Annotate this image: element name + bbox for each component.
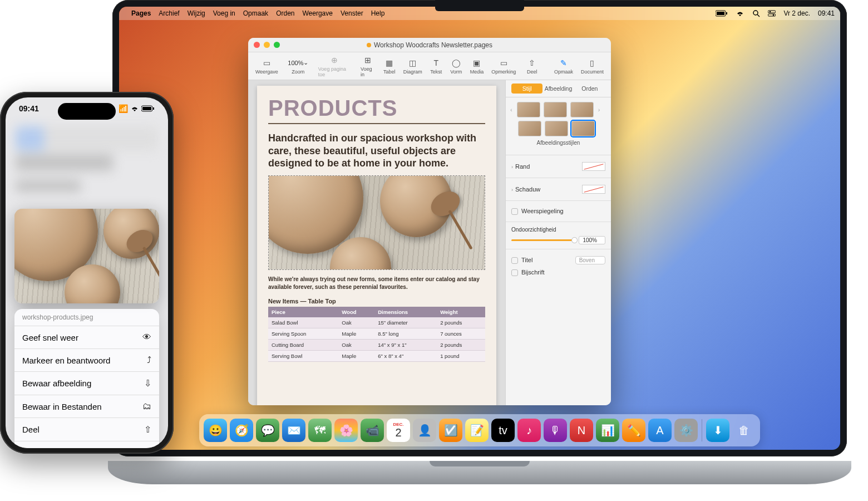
iphone-image-preview[interactable] (14, 209, 159, 303)
dock-app-pages[interactable]: ✏️ (622, 419, 645, 442)
dock-app-app-store[interactable]: A (648, 419, 672, 442)
window-titlebar[interactable]: Workshop Woodcrafts Newsletter.pages (248, 38, 611, 52)
table-header[interactable]: Piece (268, 307, 338, 317)
doc-table[interactable]: Piece Wood Dimensions Weight Salad BowlO… (268, 307, 485, 362)
inspector-shadow-row[interactable]: ›Schaduw (511, 183, 605, 196)
menubar-item-orden[interactable]: Orden (276, 9, 294, 17)
doc-subheading[interactable]: Handcrafted in our spacious workshop wit… (268, 132, 485, 170)
menubar-item-archief[interactable]: Archief (159, 9, 179, 17)
dock-app-music[interactable]: ♪ (517, 419, 541, 442)
toolbar-format[interactable]: ✎Opmaak (551, 58, 576, 75)
wifi-icon[interactable] (736, 10, 744, 17)
spotlight-icon[interactable] (752, 9, 760, 17)
dock-app-messages[interactable]: 💬 (256, 419, 279, 442)
dock-trash[interactable]: 🗑 (732, 419, 756, 442)
toolbar-add-page[interactable]: ⊕Voeg pagina toe (315, 55, 353, 77)
dock-app-photos[interactable]: 🌸 (334, 419, 358, 442)
inspector-border-row[interactable]: ›Rand (511, 160, 605, 173)
context-menu-item[interactable]: Markeer en beantwoord⤴︎ (14, 349, 159, 372)
toolbar-media[interactable]: ▣Media (467, 58, 487, 75)
caption-checkbox[interactable] (511, 269, 518, 276)
inspector-tab-image[interactable]: Afbeelding (542, 84, 574, 94)
title-checkbox[interactable] (511, 257, 518, 264)
table-row[interactable]: Salad BowlOak15" diameter2 pounds (268, 317, 485, 328)
opacity-field[interactable]: 100% (579, 236, 605, 244)
title-position-select[interactable]: Boven (575, 256, 605, 264)
image-style-thumb[interactable] (517, 102, 540, 117)
reflection-checkbox[interactable] (511, 208, 518, 215)
toolbar-chart[interactable]: ◫Diagram (401, 58, 425, 75)
context-menu-item[interactable]: Bewaar in Bestanden🗂 (14, 395, 159, 418)
table-cell[interactable]: Oak (338, 339, 374, 350)
dock-app-facetime[interactable]: 📹 (361, 419, 384, 442)
table-cell[interactable]: 15" diameter (374, 317, 437, 328)
table-cell[interactable]: Serving Bowl (268, 350, 338, 361)
inspector-tab-style[interactable]: Stijl (511, 84, 542, 94)
close-button[interactable] (254, 42, 260, 48)
inspector-tab-arrange[interactable]: Orden (574, 84, 605, 94)
zoom-button[interactable] (274, 42, 280, 48)
dock-app-notes[interactable]: 📝 (465, 419, 489, 442)
dock-downloads[interactable]: ⬇ (706, 419, 729, 442)
table-cell[interactable]: 6" x 8" x 4" (374, 350, 437, 361)
dock-app-calendar[interactable]: DEC.2 (387, 419, 410, 442)
toolbar-table[interactable]: ▦Tabel (381, 58, 398, 75)
dock-app-tv[interactable]: tv (491, 419, 515, 442)
table-cell[interactable]: 1 pound (437, 350, 485, 361)
table-header[interactable]: Wood (338, 307, 374, 317)
dock-app-news[interactable]: N (570, 419, 593, 442)
table-cell[interactable]: 2 pounds (437, 339, 485, 350)
table-cell[interactable]: 8.5" long (374, 328, 437, 339)
menubar-item-venster[interactable]: Venster (341, 9, 363, 17)
toolbar-zoom[interactable]: 100% ⌄Zoom (283, 58, 313, 75)
toolbar-comment[interactable]: ▭Opmerking (489, 58, 519, 75)
menubar-item-wijzig[interactable]: Wijzig (188, 9, 205, 17)
battery-icon[interactable] (716, 10, 728, 17)
context-menu-item[interactable]: Kopieer⧉ (14, 441, 159, 448)
toolbar-shape[interactable]: ◯Vorm (447, 58, 465, 75)
dock-app-podcasts[interactable]: 🎙 (544, 419, 567, 442)
image-style-thumb[interactable] (544, 102, 567, 117)
dock-app-safari[interactable]: 🧭 (230, 419, 253, 442)
table-cell[interactable]: 2 pounds (437, 317, 485, 328)
doc-heading[interactable]: PRODUCTS (268, 96, 485, 124)
dock-app-numbers[interactable]: 📊 (596, 419, 619, 442)
menubar-app[interactable]: Pages (131, 9, 151, 17)
table-cell[interactable]: Maple (338, 328, 374, 339)
image-style-thumb-selected[interactable] (571, 121, 595, 136)
menubar-item-voegin[interactable]: Voeg in (213, 9, 235, 17)
dock-app-maps[interactable]: 🗺 (308, 419, 332, 442)
menubar-item-weergave[interactable]: Weergave (302, 9, 332, 17)
table-cell[interactable]: 7 ounces (437, 328, 485, 339)
table-cell[interactable]: 14" x 9" x 1" (374, 339, 437, 350)
toolbar-text[interactable]: TTekst (427, 58, 445, 75)
menubar-item-opmaak[interactable]: Opmaak (243, 9, 268, 17)
dock-app-mail[interactable]: ✉️ (282, 419, 305, 442)
table-cell[interactable]: Cutting Board (268, 339, 338, 350)
table-row[interactable]: Cutting BoardOak14" x 9" x 1"2 pounds (268, 339, 485, 350)
control-center-icon[interactable] (768, 10, 776, 17)
dock-app-system-settings[interactable]: ⚙️ (674, 419, 698, 442)
table-cell[interactable]: Serving Spoon (268, 328, 338, 339)
image-style-thumb[interactable] (518, 121, 541, 136)
doc-image-selected[interactable] (268, 175, 485, 270)
border-swatch[interactable] (582, 162, 605, 171)
toolbar-view[interactable]: ▭Weergave (253, 58, 281, 75)
inspector-reflection-row[interactable]: Weerspiegeling (511, 205, 605, 217)
dock-app-finder[interactable]: 😀 (204, 419, 227, 442)
shadow-swatch[interactable] (582, 185, 605, 194)
table-header[interactable]: Weight (437, 307, 485, 317)
table-cell[interactable]: Salad Bowl (268, 317, 338, 328)
table-cell[interactable]: Maple (338, 350, 374, 361)
menubar-time[interactable]: 09:41 (818, 9, 835, 17)
image-style-thumb[interactable] (570, 102, 594, 117)
document-canvas[interactable]: PRODUCTS Handcrafted in our spacious wor… (248, 80, 505, 405)
styles-next-icon[interactable]: › (597, 106, 601, 113)
opacity-slider[interactable] (511, 239, 575, 241)
image-style-thumb[interactable] (545, 121, 568, 136)
table-cell[interactable]: Oak (338, 317, 374, 328)
toolbar-insert[interactable]: ⊞Voeg in (358, 55, 378, 77)
context-menu-item[interactable]: Deel⇧ (14, 418, 159, 441)
doc-body-text[interactable]: While we're always trying out new forms,… (268, 276, 485, 291)
table-header[interactable]: Dimensions (374, 307, 437, 317)
